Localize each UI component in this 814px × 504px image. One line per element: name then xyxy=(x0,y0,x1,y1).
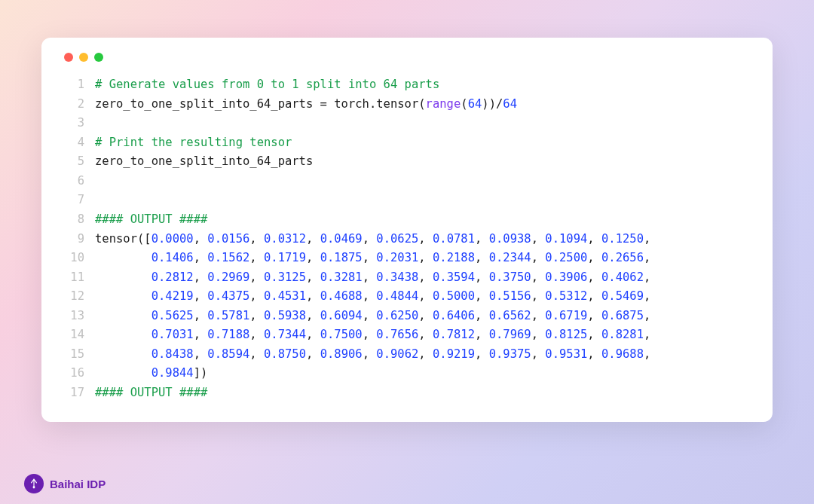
line-content: # Generate values from 0 to 1 split into… xyxy=(95,75,439,95)
code-card: 1# Generate values from 0 to 1 split int… xyxy=(41,38,773,422)
line-content: #### OUTPUT #### xyxy=(95,383,207,403)
line-number: 10 xyxy=(60,249,84,268)
line-content: 0.4219, 0.4375, 0.4531, 0.4688, 0.4844, … xyxy=(95,287,650,307)
code-line: 2zero_to_one_split_into_64_parts = torch… xyxy=(60,95,754,115)
line-number: 17 xyxy=(60,383,84,403)
line-content: 0.1406, 0.1562, 0.1719, 0.1875, 0.2031, … xyxy=(95,249,650,268)
code-line: 8#### OUTPUT #### xyxy=(60,210,754,230)
line-number: 4 xyxy=(60,133,84,153)
line-number: 3 xyxy=(60,114,84,133)
code-line: 9tensor([0.0000, 0.0156, 0.0312, 0.0469,… xyxy=(60,230,754,249)
line-number: 16 xyxy=(60,364,84,383)
code-block: 1# Generate values from 0 to 1 split int… xyxy=(60,75,754,403)
line-number: 1 xyxy=(60,75,84,95)
line-content: 0.2812, 0.2969, 0.3125, 0.3281, 0.3438, … xyxy=(95,268,650,288)
line-content: 0.8438, 0.8594, 0.8750, 0.8906, 0.9062, … xyxy=(95,345,650,365)
code-line: 11 0.2812, 0.2969, 0.3125, 0.3281, 0.343… xyxy=(60,268,754,288)
line-content: zero_to_one_split_into_64_parts xyxy=(95,152,313,172)
line-number: 15 xyxy=(60,345,84,365)
line-content: tensor([0.0000, 0.0156, 0.0312, 0.0469, … xyxy=(95,230,650,249)
minimize-icon[interactable] xyxy=(79,53,88,62)
line-content: #### OUTPUT #### xyxy=(95,210,207,230)
code-line: 10 0.1406, 0.1562, 0.1719, 0.1875, 0.203… xyxy=(60,249,754,268)
line-number: 13 xyxy=(60,307,84,326)
code-line: 1# Generate values from 0 to 1 split int… xyxy=(60,75,754,95)
footer: Baihai IDP xyxy=(24,474,106,493)
line-number: 2 xyxy=(60,95,84,115)
code-line: 17#### OUTPUT #### xyxy=(60,383,754,403)
code-line: 13 0.5625, 0.5781, 0.5938, 0.6094, 0.625… xyxy=(60,307,754,326)
brand-name: Baihai IDP xyxy=(50,478,106,490)
svg-point-0 xyxy=(33,486,35,488)
line-number: 8 xyxy=(60,210,84,230)
code-line: 12 0.4219, 0.4375, 0.4531, 0.4688, 0.484… xyxy=(60,287,754,307)
code-line: 7 xyxy=(60,191,754,210)
line-content: 0.5625, 0.5781, 0.5938, 0.6094, 0.6250, … xyxy=(95,307,650,326)
line-content: zero_to_one_split_into_64_parts = torch.… xyxy=(95,95,517,115)
code-line: 3 xyxy=(60,114,754,133)
line-number: 5 xyxy=(60,152,84,172)
code-line: 14 0.7031, 0.7188, 0.7344, 0.7500, 0.765… xyxy=(60,325,754,345)
brand-logo-icon xyxy=(24,474,44,493)
line-number: 9 xyxy=(60,230,84,249)
code-line: 4# Print the resulting tensor xyxy=(60,133,754,153)
line-content: 0.9844]) xyxy=(95,364,207,383)
line-number: 14 xyxy=(60,325,84,345)
window-controls xyxy=(64,53,754,62)
line-number: 6 xyxy=(60,172,84,191)
code-line: 15 0.8438, 0.8594, 0.8750, 0.8906, 0.906… xyxy=(60,345,754,365)
line-number: 11 xyxy=(60,268,84,288)
maximize-icon[interactable] xyxy=(94,53,103,62)
code-line: 6 xyxy=(60,172,754,191)
line-content: # Print the resulting tensor xyxy=(95,133,292,153)
line-number: 12 xyxy=(60,287,84,307)
close-icon[interactable] xyxy=(64,53,73,62)
code-line: 16 0.9844]) xyxy=(60,364,754,383)
code-line: 5zero_to_one_split_into_64_parts xyxy=(60,152,754,172)
line-content: 0.7031, 0.7188, 0.7344, 0.7500, 0.7656, … xyxy=(95,325,650,345)
line-number: 7 xyxy=(60,191,84,210)
